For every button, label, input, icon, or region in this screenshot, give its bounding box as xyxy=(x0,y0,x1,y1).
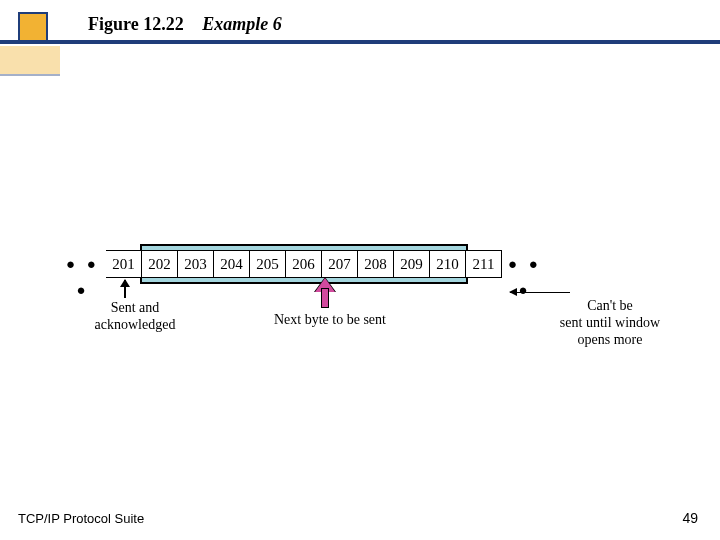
byte-cell: 203 xyxy=(178,250,214,278)
byte-cell: 205 xyxy=(250,250,286,278)
byte-cell: 204 xyxy=(214,250,250,278)
byte-cell: 202 xyxy=(142,250,178,278)
byte-cell: 201 xyxy=(106,250,142,278)
cant-send-pointer xyxy=(510,292,570,293)
figure-number: Figure 12.22 xyxy=(88,14,184,34)
byte-cell: 209 xyxy=(394,250,430,278)
left-dots: ● ● ● xyxy=(60,250,106,278)
footer-source: TCP/IP Protocol Suite xyxy=(18,511,144,526)
byte-cell: 206 xyxy=(286,250,322,278)
byte-cell: 211 xyxy=(466,250,502,278)
slide-deco-bar xyxy=(0,40,720,44)
slide-deco-bar2 xyxy=(0,46,60,76)
sent-ack-pointer xyxy=(124,280,126,298)
example-label: Example 6 xyxy=(202,14,282,34)
byte-cell: 207 xyxy=(322,250,358,278)
slide-title: Figure 12.22 Example 6 xyxy=(88,14,282,35)
byte-cell: 208 xyxy=(358,250,394,278)
sliding-window-diagram: ● ● ● 201202203204205206207208209210211●… xyxy=(60,240,660,360)
byte-cell: 210 xyxy=(430,250,466,278)
slide-deco-square xyxy=(18,12,48,42)
next-byte-label: Next byte to be sent xyxy=(250,312,410,329)
right-dots: ● ● ● xyxy=(502,250,548,278)
byte-row: ● ● ● 201202203204205206207208209210211●… xyxy=(60,250,548,278)
page-number: 49 xyxy=(682,510,698,526)
sent-ack-label: Sent and acknowledged xyxy=(80,300,190,334)
cant-send-label: Can't be sent until window opens more xyxy=(540,298,680,348)
